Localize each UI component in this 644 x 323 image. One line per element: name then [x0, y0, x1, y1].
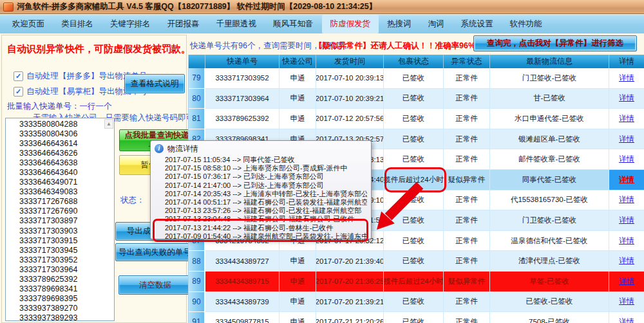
menu-item-10[interactable]: 系统设置: [453, 15, 502, 33]
menu-item-8[interactable]: 热搜词: [379, 15, 420, 33]
menu-item-7[interactable]: 防虚假发货: [322, 15, 379, 33]
cell-latest_info: 甘-已签收: [490, 89, 609, 109]
cell-package_status: 已签收: [384, 89, 444, 109]
cell-company: 申通: [279, 272, 316, 292]
cell-abnormal_status: 正常件: [444, 129, 490, 150]
logistics-line-6: 2017-07-14 00:51:17 --> 福建石狮公司-已装袋发往-福建泉…: [165, 198, 367, 207]
menu-item-6[interactable]: 顺风耳知音: [265, 15, 322, 33]
export-failed-button[interactable]: 导出查询失败的单号: [115, 243, 194, 261]
logistics-line-4: 2017-07-14 21:47:00 --> 已到达-上海奉贤东部公司: [165, 181, 367, 190]
cell-package_status: 已签收: [384, 292, 444, 313]
cell-abnormal_status: 正常件: [444, 68, 490, 89]
detail-link[interactable]: 详情: [619, 154, 634, 165]
menu-item-4[interactable]: 开团报喜: [159, 15, 208, 33]
cell-latest_info: 代15538165730-已签收: [490, 190, 609, 211]
detail-link[interactable]: 详情: [619, 73, 634, 84]
menu-item-11[interactable]: 软件功能: [502, 15, 551, 33]
cell-abnormal_status: 正常件: [444, 149, 490, 170]
cell-package_status: 已签收: [384, 68, 444, 89]
cell-number: 3334434389727: [205, 251, 279, 272]
tracking-numbers-box: ▲: [5, 118, 115, 321]
cell-latest_info: 门卫签收-已签收: [490, 68, 609, 89]
title-bar: 河鱼软件-拼多多商家辅助工具 V4.5 客服QQ【1820771889】 软件过…: [0, 0, 644, 14]
cell-detail: 详情: [609, 109, 644, 129]
app-window: { "window": { "title": "河鱼软件-拼多多商家辅助工具 V…: [0, 0, 644, 323]
clear-data-button[interactable]: 清空数据: [118, 275, 192, 295]
logistics-line-1: 2017-07-15 11:05:34 --> 同事代签-已签收: [165, 156, 367, 164]
logistics-line-10: 2017-07-09 01:54:40 --> 福建泉州航空部-已装袋发往-上海…: [165, 232, 367, 241]
detail-link[interactable]: 详情: [619, 276, 634, 287]
table-header-row: 快递单号快递公司发货时间包裹状态异常状态最新物流信息详情: [189, 55, 644, 68]
menu-item-9[interactable]: 淘词: [420, 15, 453, 33]
tooltip-lines: 2017-07-15 11:05:34 --> 同事代签-已签收2017-07-…: [165, 156, 367, 241]
column-header-5: 异常状态: [444, 55, 490, 68]
cell-number: 3334434389715: [205, 272, 279, 292]
menu-item-3[interactable]: 关键字排名: [102, 15, 159, 33]
main-content: 自动识别异常快件，可防虚假发货被罚款。 ✓ 自动处理【拼多多】导出物流单号 ✓ …: [0, 33, 644, 323]
cell-number: 3334434389739: [205, 292, 279, 313]
batch-input-label: 批量输入快递单号：一行一个: [7, 101, 112, 112]
cell-company: 申通: [279, 292, 316, 313]
table-row[interactable]: 893334434389715申通2017-07-20 21:36:25揽件后超…: [189, 272, 644, 292]
warning-text: 【疑似异常件】还请人工确认！！准确率96%！！: [314, 41, 491, 51]
menu-item-2[interactable]: 类目排名: [53, 15, 102, 33]
cell-package_status: 揽件后超过24小时: [384, 272, 444, 292]
checkbox-pdd-icon[interactable]: ✓: [14, 71, 23, 81]
menu-item-1[interactable]: 欢迎页面: [4, 15, 53, 33]
cell-abnormal_status: 正常件: [444, 89, 490, 109]
tracking-input[interactable]: [5, 118, 115, 321]
cell-detail: 详情: [609, 292, 644, 313]
column-header-4: 包裹状态: [384, 55, 444, 68]
detail-link[interactable]: 详情: [619, 113, 634, 124]
scroll-up-arrow-icon[interactable]: ▲: [104, 119, 113, 129]
cell-latest_info: 已签收-已签收: [490, 292, 609, 313]
cell-abnormal_status: 正常件: [444, 312, 490, 323]
detail-link[interactable]: 详情: [619, 317, 634, 323]
cell-detail: 详情: [609, 251, 644, 272]
status-label: 状态：: [120, 195, 145, 206]
row-number-cell: 90: [189, 292, 205, 313]
cell-latest_info: 水口申通代签-已签收: [490, 109, 609, 129]
detail-link[interactable]: 详情: [619, 215, 634, 226]
logistics-line-8: 2017-07-13 23:04:48 --> 福建石狮公司-福建石狮公司-已收…: [165, 215, 367, 223]
filter-abnormal-button[interactable]: 查询完，点击我对【异常件】进行筛选: [473, 35, 637, 51]
app-icon: [3, 3, 14, 12]
detail-link[interactable]: 详情: [619, 255, 634, 266]
detail-link[interactable]: 详情: [619, 194, 634, 205]
cell-latest_info: 7508-已签收: [490, 312, 609, 323]
column-header-0: [189, 55, 205, 68]
cell-latest_info: 草签-已签收: [490, 272, 609, 292]
logistics-line-5: 2017-07-14 20:35:43 --> 上海浦东中转部-已发往-上海奉贤…: [165, 190, 367, 198]
cell-time: 2017-07-12 20:57:56: [316, 109, 384, 129]
cell-company: 申通: [279, 68, 316, 89]
table-row[interactable]: 803333717303964申通2017-07-10 20:39:21已签收正…: [189, 89, 644, 109]
table-row[interactable]: 903334434389739申通2017-07-20 21:39:21已签收正…: [189, 292, 644, 313]
detail-link[interactable]: 详情: [619, 93, 634, 104]
detail-link[interactable]: 详情: [619, 235, 634, 246]
cell-company: 申通: [279, 312, 316, 323]
view-format-button[interactable]: 查看格式说明: [124, 74, 185, 93]
panel-headline: 自动识别异常快件，可防虚假发货被罚款。: [7, 43, 191, 55]
detail-link[interactable]: 详情: [619, 174, 634, 185]
table-row[interactable]: 913334509877815申通2017-07-21 21:20:26已签收正…: [189, 312, 644, 323]
detail-link[interactable]: 详情: [619, 134, 634, 145]
table-row[interactable]: 883334434389727申通2017-07-20 21:39:40已签收正…: [189, 251, 644, 272]
cell-time: 2017-07-21 21:20:26: [316, 312, 384, 323]
cell-package_status: 已签收: [384, 129, 444, 150]
cell-number: 3334509877815: [205, 312, 279, 323]
logistics-tooltip: i 物流详情 2017-07-15 11:05:34 --> 同事代签-已签收2…: [150, 140, 372, 239]
menu-bar: 欢迎页面类目排名关键字排名开团报喜千里眼透视顺风耳知音防虚假发货热搜词淘词系统设…: [0, 15, 644, 33]
menu-item-5[interactable]: 千里眼透视: [208, 15, 265, 33]
checkbox-yzg-icon[interactable]: ✓: [14, 87, 23, 97]
cell-latest_info: 温泉德信和代签-已签收: [490, 231, 609, 252]
cell-package_status: 已签收: [384, 149, 444, 170]
cell-number: 3333717303964: [205, 89, 279, 109]
table-row[interactable]: 793333717303952申通2017-07-10 20:39:13已签收正…: [189, 68, 644, 89]
cell-abnormal_status: 正常件: [444, 210, 490, 231]
row-number-cell: 79: [189, 68, 205, 89]
tooltip-header: i 物流详情: [155, 143, 367, 154]
table-row[interactable]: 813333789625392申通2017-07-12 20:57:56已签收正…: [189, 109, 644, 129]
cell-package_status: 揽件后超过24小时: [384, 170, 444, 190]
logistics-line-9: 2017-07-13 21:44:22 --> 福建石狮公司-曾林生-已收件: [165, 224, 367, 232]
detail-link[interactable]: 详情: [619, 296, 634, 307]
